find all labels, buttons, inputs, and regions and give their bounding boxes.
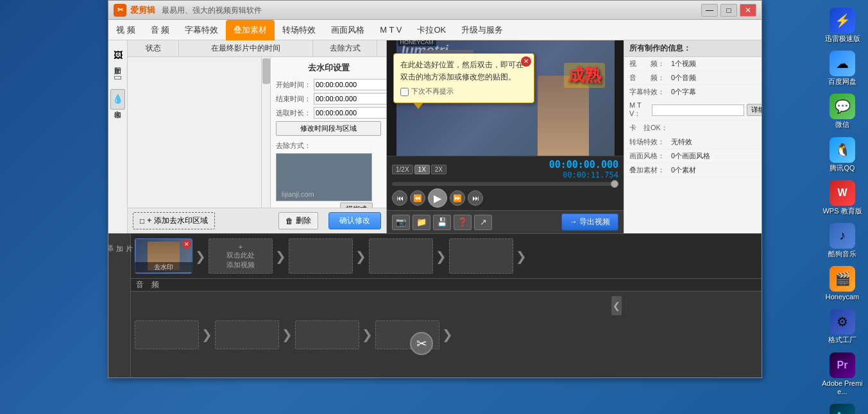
menu-audio[interactable]: 音 频 bbox=[143, 20, 178, 40]
menu-transition[interactable]: 转场特效 bbox=[275, 20, 323, 40]
main-content: 🖼 加贴图 ▭ 加相框 💧 去水印 状态 在最终影片中的时间 去除方式 bbox=[108, 40, 762, 233]
tooltip-close-button[interactable]: ✕ bbox=[521, 56, 531, 67]
video-track: ✕ 去水印 ❯ + 双击此处 添加视频 ❯ ❯ bbox=[131, 234, 762, 279]
formatfactory-label: 格式工厂 bbox=[828, 336, 856, 344]
speed-half[interactable]: 1/2X bbox=[392, 165, 413, 174]
start-time-input[interactable] bbox=[314, 79, 386, 90]
add-frame-icon: ▭ bbox=[114, 72, 122, 82]
desktop-icon-qq[interactable]: 🐧 腾讯QQ bbox=[819, 135, 865, 175]
empty-slot-4[interactable] bbox=[449, 238, 513, 274]
menu-upgrade[interactable]: 升级与服务 bbox=[454, 20, 511, 40]
delete-button[interactable]: 🗑 删除 bbox=[278, 212, 318, 229]
add-video-text2: 添加视频 bbox=[226, 260, 255, 270]
add-watermark-button[interactable]: □ + 添加去水印区域 bbox=[133, 212, 215, 229]
empty-slot-3[interactable] bbox=[369, 238, 433, 274]
add-video-slot-1[interactable]: + 双击此处 添加视频 bbox=[208, 238, 273, 274]
tool-add-frame[interactable]: ▭ 加相框 bbox=[111, 67, 124, 88]
thunderspeed-label: 迅雷极速版 bbox=[825, 35, 860, 43]
tooltip-text: 在此处选好位置，然后双击，即可在双击的地方添加或修改您的贴图。 bbox=[400, 60, 523, 81]
export-video-button[interactable]: → 导出视频 bbox=[561, 213, 618, 231]
skip-forward-button[interactable]: ⏭ bbox=[468, 190, 483, 206]
close-button[interactable]: ✕ bbox=[740, 4, 756, 17]
empty-slot-2[interactable] bbox=[289, 238, 353, 274]
info-val-transition: 无特效 bbox=[671, 137, 692, 147]
tooltip-checkbox[interactable] bbox=[400, 88, 409, 96]
desktop-icon-kugou[interactable]: ♪ 酷狗音乐 bbox=[819, 220, 865, 261]
save-button[interactable]: 💾 bbox=[433, 215, 451, 230]
menu-video[interactable]: 视 频 bbox=[108, 20, 143, 40]
tool-add-image[interactable]: 🖼 加贴图 bbox=[111, 46, 124, 66]
col-remove: 去除方式 bbox=[313, 40, 377, 56]
mtv-input[interactable] bbox=[652, 104, 744, 116]
arrow-1: ❯ bbox=[195, 249, 206, 264]
desktop-icon-wechat[interactable]: 💬 微信 bbox=[819, 91, 865, 131]
audio-slot-2[interactable] bbox=[215, 320, 279, 349]
trash-icon: 🗑 bbox=[285, 217, 293, 226]
arrow-4: ❯ bbox=[436, 249, 447, 264]
expand-arrow-button[interactable]: ❮ bbox=[611, 296, 622, 315]
skip-back-button[interactable]: ⏮ bbox=[392, 190, 407, 206]
menu-karaoke[interactable]: 卡拉OK bbox=[409, 20, 454, 40]
info-val-style: 0个画面风格 bbox=[671, 151, 710, 161]
add-watermark-label: + 添加去水印区域 bbox=[147, 215, 207, 226]
start-time-field: 开始时间： bbox=[276, 79, 381, 90]
audio-slot-1[interactable] bbox=[135, 320, 199, 349]
end-time-input[interactable] bbox=[314, 93, 386, 104]
tool-watermark[interactable]: 💧 去水印 bbox=[110, 89, 125, 110]
scrollbar-thumb[interactable] bbox=[262, 58, 270, 84]
desktop-icon-baiduyun[interactable]: ☁ 百度网盘 bbox=[819, 48, 865, 88]
info-panel: 所有制作的信息： 视 频： 1个视频 音 频： 0个音频 字幕特效： 0个字幕 … bbox=[624, 40, 762, 233]
progress-thumb[interactable] bbox=[611, 180, 618, 188]
premiere-label: Adobe Premie... bbox=[822, 379, 863, 396]
desktop-icon-premiere[interactable]: Pr Adobe Premie... bbox=[819, 350, 865, 399]
kugou-label: 酷狗音乐 bbox=[828, 250, 856, 258]
info-row-style: 画面风格： 0个画面风格 bbox=[624, 149, 762, 163]
clip-label: 去水印 bbox=[135, 262, 192, 272]
desktop-icon-thunderspeed[interactable]: ⚡ 迅雷极速版 bbox=[819, 5, 865, 46]
wps-icon: W bbox=[830, 180, 855, 206]
time-sub: 00:00:11.754 bbox=[549, 170, 618, 179]
menu-overlay[interactable]: 叠加素材 bbox=[226, 20, 275, 40]
share-button[interactable]: ↗ bbox=[474, 215, 492, 230]
help-button[interactable]: ❓ bbox=[454, 215, 472, 230]
title-bar-text: 爱剪辑 最易用、强大的视频剪辑软件 bbox=[130, 4, 701, 16]
menu-mtv[interactable]: M T V bbox=[372, 20, 409, 40]
desktop-icon-area: ⚡ 迅雷极速版 ☁ 百度网盘 💬 微信 🐧 腾讯QQ W WPS 教育版 ♪ 酷… bbox=[817, 0, 868, 414]
desktop-icon-formatfactory[interactable]: ⚙ 格式工厂 bbox=[819, 306, 865, 347]
minimize-button[interactable]: — bbox=[701, 4, 718, 17]
desktop-icon-audition[interactable]: Au Adobe Audition ... bbox=[819, 401, 865, 414]
list-scrollbar[interactable] bbox=[261, 57, 270, 208]
progress-bar[interactable] bbox=[392, 182, 618, 186]
detail-button[interactable]: 详细 bbox=[747, 104, 762, 116]
mode-dropdown-icon[interactable]: ▼ bbox=[374, 206, 381, 208]
right-buttons: 🗑 删除 bbox=[278, 212, 318, 229]
info-key-karaoke: 卡 拉OK： bbox=[629, 123, 671, 133]
speed-1x[interactable]: 1X bbox=[414, 165, 430, 174]
maximize-button[interactable]: □ bbox=[720, 4, 737, 17]
audio-arrow-4: ❯ bbox=[442, 327, 453, 342]
rewind-button[interactable]: ⏪ bbox=[410, 190, 425, 206]
mode-button[interactable]: 模糊式 bbox=[340, 203, 373, 208]
desktop-icon-honeycam[interactable]: 🎬 Honeycam bbox=[819, 263, 865, 304]
timeline-left-label-area: 已添加片段 bbox=[108, 234, 131, 377]
video-clip-wrapper: ✕ 去水印 bbox=[135, 238, 192, 274]
duration-input[interactable] bbox=[314, 107, 386, 119]
desktop-icon-wps[interactable]: W WPS 教育版 bbox=[819, 178, 865, 218]
clip-close-button[interactable]: ✕ bbox=[182, 240, 191, 249]
preview-watermark-text: lijianji.com bbox=[282, 190, 314, 198]
qq-label: 腾讯QQ bbox=[830, 164, 855, 172]
fastforward-button[interactable]: ⏩ bbox=[450, 190, 465, 206]
menu-subtitle[interactable]: 字幕特效 bbox=[177, 20, 226, 40]
folder-button[interactable]: 📁 bbox=[413, 215, 430, 230]
screenshot-button[interactable]: 📷 bbox=[392, 215, 410, 230]
audio-slot-3[interactable] bbox=[295, 320, 359, 349]
menu-style[interactable]: 画面风格 bbox=[323, 20, 372, 40]
right-preview-panel: ✕ 在此处选好位置，然后双击，即可在双击的地方添加或修改您的贴图。 下次不再提示… bbox=[386, 40, 624, 233]
watermark-icon: 💧 bbox=[112, 94, 123, 104]
speed-2x[interactable]: 2X bbox=[431, 165, 447, 174]
modify-timerange-button[interactable]: 修改时间段与区域 bbox=[276, 121, 381, 136]
scissors-button[interactable]: ✂ bbox=[410, 332, 433, 355]
play-button[interactable]: ▶ bbox=[428, 188, 447, 208]
confirm-button[interactable]: 确认修改 bbox=[328, 212, 381, 229]
time-main: 00:00:00.000 bbox=[549, 159, 618, 170]
